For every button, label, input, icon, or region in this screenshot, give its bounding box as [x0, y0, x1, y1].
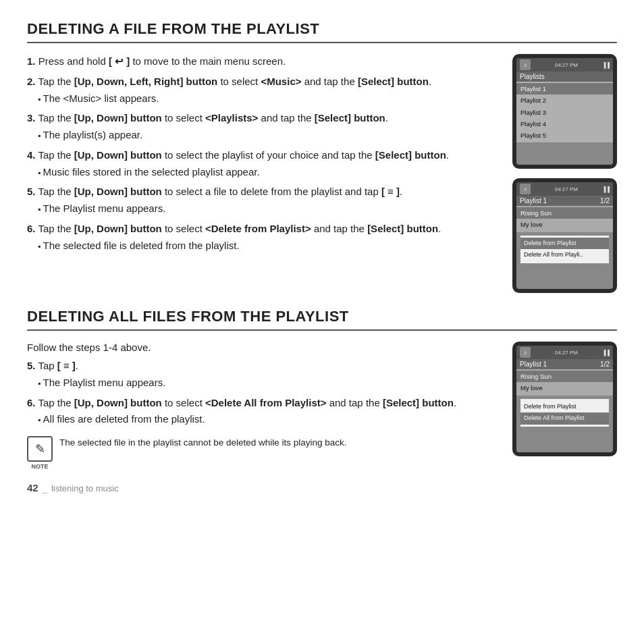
device3-list: Rising Sun My love — [516, 369, 613, 396]
device2-screen: ♪ 04:27 PM ▐▐ Playlist 1 1/2 Rising Sun … — [516, 182, 613, 289]
playlist4-item: Playlist 4 — [516, 118, 613, 130]
delete-all-from-playlist-menu: Delete All from Playli.. — [520, 249, 609, 261]
section1-steps: 1. Press and hold [ ↩ ] to move to the m… — [27, 54, 499, 252]
step-2: 2. Tap the [Up, Down, Left, Right] butto… — [27, 74, 499, 106]
section2: DELETING ALL FILES FROM THE PLAYLIST Fol… — [27, 308, 617, 470]
device2-battery: ▐▐ — [602, 186, 610, 192]
step2-bold1: [Up, Down, Left, Right] button — [74, 76, 217, 87]
device1: ♪ 04:27 PM ▐▐ Playlists Playlist 1 Playl… — [512, 54, 617, 169]
footer: 42 _ listening to music — [27, 482, 617, 493]
step1-num: 1. — [27, 55, 36, 67]
step2-5-bullet: The Playlist menu appears. — [38, 375, 499, 390]
device2-header: ♪ 04:27 PM ▐▐ — [516, 182, 613, 196]
playlist3-item: Playlist 3 — [516, 107, 613, 118]
step2-6-bold3: [Select] button — [383, 397, 454, 408]
device2-list: Rising Sun My love — [516, 206, 613, 232]
step4-bold2: [Select] button — [375, 149, 446, 161]
step3-bold2: <Playlists> — [205, 112, 258, 124]
device2-title: Playlist 1 — [520, 197, 547, 205]
device1-header: ♪ 04:27 PM ▐▐ — [516, 58, 613, 72]
device3-delete-from: Delete from Playlist — [520, 401, 609, 413]
device2: ♪ 04:27 PM ▐▐ Playlist 1 1/2 Rising Sun … — [512, 178, 617, 293]
device3-screen: ♪ 04:27 PM ▐▐ Playlist 1 1/2 Rising Sun … — [516, 346, 613, 452]
step-5: 5. Tap the [Up, Down] button to select a… — [27, 184, 499, 216]
device3-menu: Delete from Playlist Delete All from Pla… — [520, 398, 610, 427]
step-6: 6. Tap the [Up, Down] button to select <… — [27, 221, 499, 253]
footer-text: listening to music — [51, 483, 119, 493]
section1-title: DELETING A FILE FROM THE PLAYLIST — [27, 20, 617, 43]
playlist2-item: Playlist 2 — [516, 95, 613, 106]
step6-bold2: <Delete from Playlist> — [205, 223, 311, 234]
step3-bullet: The playlist(s) appear. — [38, 128, 499, 142]
device3-battery: ▐▐ — [602, 350, 610, 356]
step3-bold1: [Up, Down] button — [74, 112, 162, 124]
note-box: ✎ NOTE The selected file in the playlist… — [27, 436, 499, 470]
step-1: 1. Press and hold [ ↩ ] to move to the m… — [27, 54, 499, 69]
section1-instructions: 1. Press and hold [ ↩ ] to move to the m… — [27, 54, 499, 293]
step4-bullet: Music files stored in the selected playl… — [38, 165, 499, 180]
music-icon: ♪ — [520, 59, 531, 70]
device3-my-love: My love — [516, 382, 613, 394]
step3-bold3: [Select] button — [315, 112, 385, 124]
step5-bullet: The Playlist menu appears. — [38, 201, 499, 216]
step6-num: 6. — [27, 223, 36, 234]
step2-num: 2. — [27, 76, 36, 87]
device1-battery: ▐▐ — [602, 62, 610, 68]
device3-header: ♪ 04:27 PM ▐▐ — [516, 346, 613, 359]
delete-from-playlist-menu: Delete from Playlist — [520, 238, 609, 250]
playlist5-item: Playlist 5 — [516, 130, 613, 141]
note-text: The selected file in the playlist cannot… — [59, 436, 347, 450]
device1-screen: ♪ 04:27 PM ▐▐ Playlists Playlist 1 Playl… — [516, 58, 613, 165]
note-label: NOTE — [27, 463, 53, 470]
section2-intro: Follow the steps 1-4 above. — [27, 342, 499, 353]
device3-time: 04:27 PM — [555, 350, 578, 356]
note-icon-container: ✎ NOTE — [27, 436, 53, 470]
device2-title-bar: Playlist 1 1/2 — [516, 196, 613, 206]
section2-content: Follow the steps 1-4 above. 5. Tap [ ≡ ]… — [27, 342, 617, 470]
device1-time: 04:27 PM — [555, 62, 578, 68]
step5-bold2: [ ≡ ] — [381, 186, 400, 197]
device1-title: Playlists — [520, 73, 545, 80]
section2-instructions: Follow the steps 1-4 above. 5. Tap [ ≡ ]… — [27, 342, 499, 470]
device3-title: Playlist 1 — [520, 360, 547, 368]
device3-pageinfo: 1/2 — [600, 360, 610, 368]
step2-5-bold: [ ≡ ] — [57, 360, 76, 371]
step6-bold3: [Select] button — [367, 223, 438, 234]
device2-time: 04:27 PM — [555, 186, 578, 192]
section2-steps: 5. Tap [ ≡ ]. The Playlist menu appears.… — [27, 358, 499, 427]
music-icon3: ♪ — [520, 347, 531, 358]
rising-sun-item: Rising Sun — [516, 207, 613, 219]
step2-6-bullet: All files are deleted from the playlist. — [38, 412, 499, 427]
section1-devices: ♪ 04:27 PM ▐▐ Playlists Playlist 1 Playl… — [512, 54, 617, 293]
step2-bullet: The <Music> list appears. — [38, 91, 499, 106]
step2-6-bold1: [Up, Down] button — [74, 397, 162, 408]
step4-bold1: [Up, Down] button — [74, 149, 162, 161]
music-icon2: ♪ — [520, 184, 531, 194]
step2-5: 5. Tap [ ≡ ]. The Playlist menu appears. — [27, 358, 499, 390]
device2-menu: Delete from Playlist Delete All from Pla… — [520, 235, 610, 264]
step2-6: 6. Tap the [Up, Down] button to select <… — [27, 396, 499, 427]
device3-rising-sun: Rising Sun — [516, 371, 613, 382]
step2-5-num: 5. — [27, 360, 36, 371]
footer-separator: _ — [43, 483, 47, 493]
device2-pageinfo: 1/2 — [600, 197, 610, 205]
step6-bold1: [Up, Down] button — [74, 223, 162, 234]
section2-title: DELETING ALL FILES FROM THE PLAYLIST — [27, 308, 617, 331]
step4-num: 4. — [27, 149, 36, 161]
my-love-item: My love — [516, 219, 613, 230]
step2-6-num: 6. — [27, 397, 36, 408]
step-3: 3. Tap the [Up, Down] button to select <… — [27, 111, 499, 142]
step5-num: 5. — [27, 186, 36, 197]
device3: ♪ 04:27 PM ▐▐ Playlist 1 1/2 Rising Sun … — [512, 342, 617, 456]
device1-list: Playlist 1 Playlist 2 Playlist 3 Playlis… — [516, 82, 613, 142]
device3-delete-all: Delete All from Playlist — [520, 412, 609, 425]
step-4: 4. Tap the [Up, Down] button to select t… — [27, 148, 499, 180]
step6-bullet: The selected file is deleted from the pl… — [38, 238, 499, 253]
step5-bold1: [Up, Down] button — [74, 186, 162, 197]
note-icon: ✎ — [27, 436, 53, 462]
device3-title-bar: Playlist 1 1/2 — [516, 359, 613, 369]
step2-6-bold2: <Delete All from Playlist> — [205, 397, 327, 408]
device1-title-bar: Playlists — [516, 72, 613, 82]
footer-page-num: 42 — [27, 482, 38, 493]
section2-devices: ♪ 04:27 PM ▐▐ Playlist 1 1/2 Rising Sun … — [512, 342, 617, 470]
